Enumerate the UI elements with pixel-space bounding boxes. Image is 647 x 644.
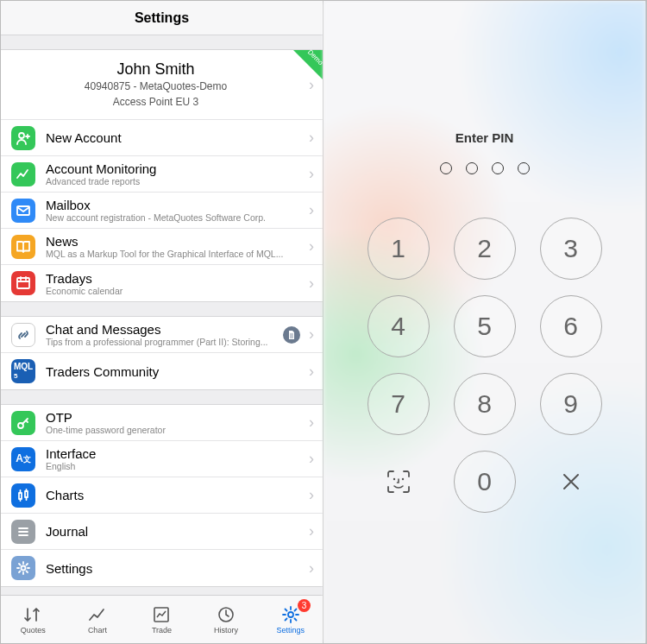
mql-icon: MQL5 (11, 359, 35, 383)
tab-label: History (214, 626, 238, 635)
chart-icon (88, 605, 107, 624)
list-item[interactable]: MailboxNew account registration - MetaQu… (1, 193, 323, 229)
chevron-right-icon: › (309, 201, 314, 219)
key-8[interactable]: 8 (454, 373, 516, 435)
delete-button[interactable] (540, 451, 602, 513)
list-item[interactable]: A文InterfaceEnglish› (1, 441, 323, 477)
calendar-icon (11, 271, 35, 295)
gear-icon (281, 605, 300, 624)
row-body: Settings (46, 561, 304, 576)
tab-label: Trade (152, 626, 172, 635)
candle-icon (11, 483, 35, 508)
delete-icon (560, 470, 582, 493)
row-body: Chat and MessagesTips from a professiona… (46, 322, 283, 347)
list-item[interactable]: Journal› (1, 514, 323, 550)
key-2[interactable]: 2 (454, 218, 516, 280)
list-item[interactable]: OTPOne-time password generator› (1, 405, 323, 441)
account-name: John Smith (15, 60, 297, 79)
chevron-right-icon: › (309, 275, 314, 293)
trade-icon (153, 605, 170, 624)
key-3[interactable]: 3 (540, 218, 602, 280)
settings-list[interactable]: Demo John Smith 40940875 - MetaQuotes-De… (1, 35, 323, 595)
account-detail-1: 40940875 - MetaQuotes-Demo (15, 80, 297, 94)
row-body: Account MonitoringAdvanced trade reports (46, 161, 304, 186)
tab-history[interactable]: History (194, 596, 259, 643)
tab-label: Settings (276, 626, 305, 635)
quotes-icon (23, 605, 42, 624)
tab-chart[interactable]: Chart (66, 596, 130, 643)
list-item[interactable]: Settings› (1, 550, 323, 586)
list-item[interactable]: NewsMQL as a Markup Tool for the Graphic… (1, 229, 323, 265)
navbar: Settings (1, 1, 323, 35)
chevron-right-icon: › (309, 559, 314, 578)
chevron-right-icon: › (309, 486, 314, 504)
pin-dot (492, 162, 504, 174)
row-title: News (46, 234, 304, 249)
mail-icon (11, 199, 35, 223)
row-title: Tradays (46, 271, 304, 286)
svg-point-10 (393, 478, 394, 480)
list-item[interactable]: New Account› (1, 120, 323, 156)
list-item[interactable]: TradaysEconomic calendar› (1, 265, 323, 301)
key-4[interactable]: 4 (367, 295, 430, 357)
row-subtitle: English (46, 461, 304, 471)
row-body: Traders Community (46, 364, 304, 379)
settings-screen: Settings Demo John Smith 40940875 - Meta… (1, 1, 324, 643)
key-5[interactable]: 5 (454, 295, 516, 357)
tab-label: Quotes (21, 626, 46, 635)
row-subtitle: Tips from a professional programmer (Par… (46, 337, 283, 347)
key-0[interactable]: 0 (454, 451, 516, 513)
account-detail-2: Access Point EU 3 (15, 96, 297, 110)
tab-trade[interactable]: Trade (129, 596, 194, 643)
row-title: Journal (46, 524, 304, 539)
chart-line-icon (11, 162, 35, 186)
list-item[interactable]: Charts› (1, 477, 323, 514)
svg-rect-2 (17, 278, 29, 288)
pin-dot (466, 162, 478, 174)
tabbar: Quotes Chart Trade History Settings 3 (1, 595, 323, 643)
chevron-right-icon: › (309, 450, 314, 468)
pin-dot (518, 162, 530, 174)
list-icon (11, 520, 35, 544)
pin-dots (440, 162, 530, 174)
tab-settings[interactable]: Settings 3 (258, 596, 323, 643)
key-9[interactable]: 9 (540, 373, 602, 435)
link-icon (11, 323, 35, 347)
list-item[interactable]: Chat and MessagesTips from a professiona… (1, 317, 323, 353)
svg-point-11 (401, 478, 403, 480)
row-body: New Account (46, 130, 304, 145)
pin-dot (440, 162, 452, 174)
key-7[interactable]: 7 (367, 373, 430, 435)
row-body: InterfaceEnglish (46, 446, 304, 471)
tab-label: Chart (88, 626, 107, 635)
row-title: Interface (46, 446, 304, 461)
row-title: OTP (46, 410, 304, 425)
list-item[interactable]: MQL5Traders Community› (1, 353, 323, 389)
pin-lock-screen: Enter PIN 1 2 3 4 5 6 7 8 9 (324, 1, 646, 643)
faceid-button[interactable] (367, 451, 430, 513)
row-title: Account Monitoring (46, 161, 304, 176)
row-body: Journal (46, 524, 304, 539)
tab-quotes[interactable]: Quotes (1, 596, 66, 643)
svg-point-9 (288, 612, 293, 617)
row-subtitle: One-time password generator (46, 425, 304, 435)
key-icon (11, 411, 35, 435)
person-plus-icon (11, 126, 35, 150)
row-subtitle: Economic calendar (46, 286, 304, 296)
book-icon (11, 235, 35, 259)
list-item[interactable]: Account MonitoringAdvanced trade reports… (1, 156, 323, 193)
globe-icon: A文 (11, 447, 35, 471)
row-title: New Account (46, 130, 304, 145)
row-body: TradaysEconomic calendar (46, 271, 304, 296)
key-1[interactable]: 1 (367, 218, 430, 280)
history-icon (217, 605, 235, 624)
row-title: Traders Community (46, 364, 304, 379)
row-subtitle: New account registration - MetaQuotes So… (46, 212, 304, 223)
chevron-right-icon: › (309, 237, 314, 256)
key-6[interactable]: 6 (540, 295, 602, 357)
svg-point-0 (19, 133, 24, 138)
row-title: Chat and Messages (46, 322, 283, 337)
chevron-right-icon: › (309, 414, 314, 432)
account-row[interactable]: Demo John Smith 40940875 - MetaQuotes-De… (1, 50, 323, 120)
chevron-right-icon: › (309, 522, 314, 540)
